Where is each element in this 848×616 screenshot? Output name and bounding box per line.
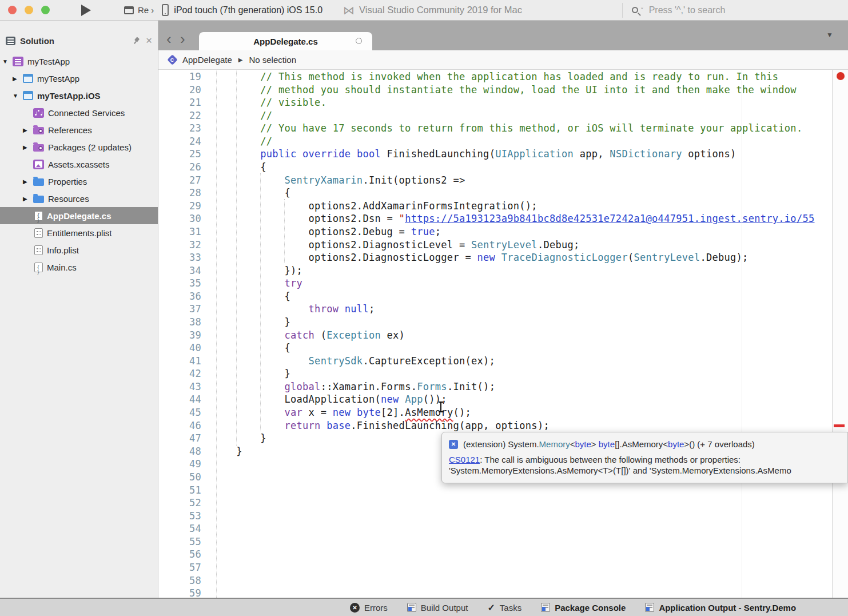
pad-tab-errors[interactable]: ✕Errors: [350, 603, 388, 613]
pin-icon[interactable]: [130, 35, 142, 46]
disclosure-triangle[interactable]: ▼: [13, 93, 23, 99]
code-line-content[interactable]: [201, 575, 212, 586]
tree-item-assets-xcassets[interactable]: Assets.xcassets: [0, 156, 158, 173]
device-selector[interactable]: iPod touch (7th generation) iOS 15.0: [162, 4, 323, 16]
navigate-forward-button[interactable]: ›: [180, 33, 185, 45]
line-number[interactable]: 38: [158, 316, 201, 329]
tree-item-info-plist[interactable]: Info.plist: [0, 241, 158, 259]
close-window-button[interactable]: [8, 6, 17, 14]
code-line-content[interactable]: {: [201, 161, 266, 173]
line-number[interactable]: 39: [158, 329, 201, 342]
line-number[interactable]: 56: [158, 548, 201, 561]
line-number[interactable]: 21: [158, 96, 201, 109]
line-number[interactable]: 40: [158, 341, 201, 355]
breadcrumb-selection[interactable]: No selection: [249, 55, 296, 65]
tree-item-mytestapp[interactable]: ▶myTestApp: [0, 70, 158, 87]
code-line-content[interactable]: {: [201, 187, 290, 198]
line-number[interactable]: 52: [158, 496, 201, 510]
code-line-content[interactable]: }: [201, 432, 266, 444]
code-line-content[interactable]: var x = new byte[2].AsMemory();: [201, 407, 471, 418]
code-line-content[interactable]: options2.Dsn = "https://5a193123a9b841bc…: [201, 213, 815, 224]
code-line-content[interactable]: {: [201, 342, 290, 353]
line-number[interactable]: 54: [158, 522, 201, 535]
line-number[interactable]: 26: [158, 161, 201, 174]
code-line-content[interactable]: {: [201, 291, 290, 302]
code-line-content[interactable]: options2.AddXamarinFormsIntegration();: [201, 200, 538, 212]
disclosure-triangle[interactable]: ▼: [2, 58, 13, 65]
line-number[interactable]: 27: [158, 174, 201, 187]
line-number[interactable]: 29: [158, 200, 201, 213]
line-number[interactable]: 45: [158, 406, 201, 419]
line-number[interactable]: 43: [158, 380, 201, 394]
code-line-content[interactable]: }: [201, 316, 290, 328]
line-number[interactable]: 32: [158, 239, 201, 252]
line-number[interactable]: 57: [158, 561, 201, 574]
pad-tab-application-output-sentry-demo[interactable]: Application Output - Sentry.Demo: [645, 603, 796, 613]
code-line-content[interactable]: public override bool FinishedLaunching(U…: [201, 148, 736, 160]
pad-tab-build-output[interactable]: Build Output: [407, 603, 468, 613]
tree-item-references[interactable]: ▶References: [0, 121, 158, 138]
tree-item-resources[interactable]: ▶Resources: [0, 190, 158, 207]
code-line-content[interactable]: [201, 536, 212, 547]
tree-item-mytestapp[interactable]: ▼myTestApp: [0, 53, 158, 70]
tree-item-entitlements-plist[interactable]: Entitlements.plist: [0, 224, 158, 241]
code-line-content[interactable]: }: [201, 368, 290, 379]
code-editor[interactable]: 19 // This method is invoked when the ap…: [158, 70, 848, 598]
code-line-content[interactable]: LoadApplication(new App());: [201, 394, 447, 405]
breadcrumb-class[interactable]: AppDelegate: [182, 55, 232, 65]
tab-appdelegate[interactable]: AppDelegate.cs: [199, 32, 372, 50]
disclosure-triangle[interactable]: ▶: [23, 144, 33, 150]
code-line-content[interactable]: // visible.: [201, 97, 327, 108]
code-line-content[interactable]: SentrySdk.CaptureException(ex);: [201, 355, 495, 367]
line-number[interactable]: 46: [158, 419, 201, 432]
line-number[interactable]: 44: [158, 393, 201, 406]
line-number[interactable]: 48: [158, 445, 201, 458]
code-line-content[interactable]: options2.DiagnosticLogger = new TraceDia…: [201, 252, 749, 263]
tab-list-dropdown[interactable]: ▼: [826, 31, 833, 39]
line-number[interactable]: 33: [158, 251, 201, 264]
code-line-content[interactable]: throw null;: [201, 303, 375, 315]
disclosure-triangle[interactable]: ▶: [23, 127, 33, 133]
close-icon[interactable]: ×: [146, 37, 152, 45]
code-line-content[interactable]: // method you should instantiate the win…: [201, 84, 797, 96]
disclosure-triangle[interactable]: ▶: [23, 196, 33, 202]
tree-item-connected-services[interactable]: Connected Services: [0, 104, 158, 121]
dsn-link[interactable]: https://5a193123a9b841bc8d8e42531e7242a1…: [405, 213, 814, 224]
code-line-content[interactable]: [201, 587, 212, 598]
code-line-content[interactable]: }: [201, 446, 242, 457]
line-number[interactable]: 59: [158, 587, 201, 598]
scrollbar-error-marker[interactable]: [834, 424, 845, 427]
scrollbar-error-marker[interactable]: [837, 72, 845, 80]
code-line-content[interactable]: [201, 458, 212, 470]
line-number[interactable]: 55: [158, 535, 201, 549]
disclosure-triangle[interactable]: ▶: [13, 75, 23, 82]
line-number[interactable]: 51: [158, 484, 201, 497]
code-line-content[interactable]: [201, 484, 212, 496]
line-number[interactable]: 20: [158, 84, 201, 97]
code-line-content[interactable]: // This method is invoked when the appli…: [201, 71, 778, 82]
tree-item-main-cs[interactable]: Main.cs: [0, 259, 158, 276]
error-code-link[interactable]: CS0121: [449, 455, 480, 464]
zoom-window-button[interactable]: [41, 6, 50, 14]
line-number[interactable]: 22: [158, 109, 201, 122]
line-number[interactable]: 25: [158, 148, 201, 161]
code-line-content[interactable]: [201, 562, 212, 573]
code-line-content[interactable]: return base.FinishedLaunching(app, optio…: [201, 420, 550, 431]
scrollbar[interactable]: [832, 70, 848, 598]
line-number[interactable]: 30: [158, 212, 201, 225]
code-line-content[interactable]: [201, 471, 212, 483]
line-number[interactable]: 47: [158, 432, 201, 445]
search-field[interactable]: ˇ Press '^,' to search: [622, 3, 848, 18]
line-number[interactable]: 50: [158, 471, 201, 484]
code-line-content[interactable]: global::Xamarin.Forms.Forms.Init();: [201, 381, 495, 392]
disclosure-triangle[interactable]: ▶: [23, 178, 33, 185]
line-number[interactable]: 31: [158, 225, 201, 239]
code-line-content[interactable]: [201, 549, 212, 560]
tree-item-packages-2-updates[interactable]: ▶Packages (2 updates): [0, 138, 158, 156]
run-button[interactable]: [81, 5, 91, 16]
tree-item-mytestapp-ios[interactable]: ▼myTestApp.iOS: [0, 87, 158, 104]
line-number[interactable]: 34: [158, 264, 201, 277]
code-line-content[interactable]: options2.Debug = true;: [201, 226, 441, 237]
line-number[interactable]: 37: [158, 303, 201, 316]
pad-tab-package-console[interactable]: Package Console: [541, 603, 626, 613]
